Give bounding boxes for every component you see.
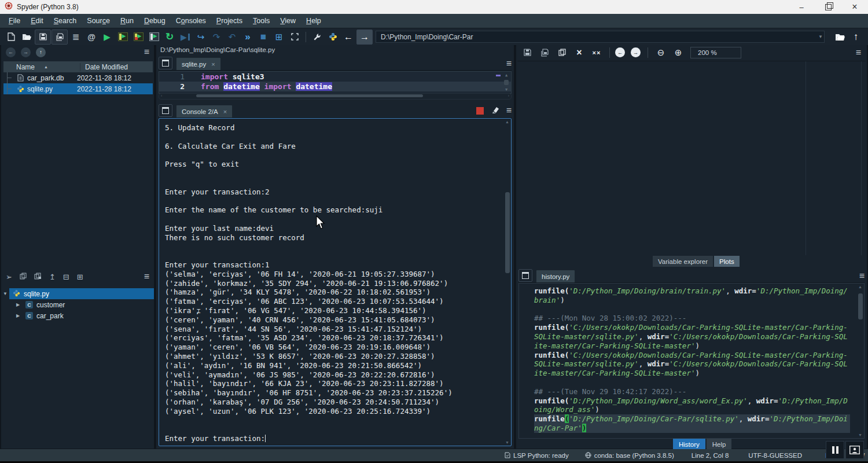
menu-item-help[interactable]: Help — [301, 15, 326, 27]
working-directory-input[interactable] — [376, 31, 825, 43]
remove-plot-button[interactable]: × — [572, 46, 587, 60]
menu-item-file[interactable]: File — [3, 15, 25, 27]
stop-debug-button[interactable]: ■ — [256, 30, 271, 44]
file-row-sqlite.py[interactable]: sqlite.py2022-11-28 18:12 — [3, 83, 153, 94]
console-options-menu-button[interactable]: ≡ — [506, 105, 512, 116]
python-path-button[interactable] — [325, 30, 340, 44]
ipython-console[interactable]: 5. Update Record 6. Calculate Car Exit a… — [159, 118, 512, 446]
browse-tabs-button[interactable] — [159, 57, 172, 69]
menu-item-run[interactable]: Run — [115, 15, 139, 27]
outline-options-menu-button[interactable]: ≡ — [144, 271, 149, 282]
scroll-right-icon[interactable]: › — [508, 94, 509, 98]
scrollbar-thumb[interactable] — [858, 293, 863, 319]
outline-root-sqlite.py[interactable]: ▼sqlite.py — [1, 288, 154, 299]
column-header-date[interactable]: Date Modified — [80, 63, 153, 71]
close-tab-icon[interactable]: × — [223, 108, 227, 115]
remove-all-plots-button[interactable]: ×× — [589, 46, 604, 60]
tab-plots[interactable]: Plots — [714, 256, 740, 267]
restore-button[interactable] — [815, 0, 841, 14]
menu-item-projects[interactable]: Projects — [211, 15, 248, 27]
parent-directory-button[interactable]: ↑ — [848, 30, 863, 44]
editor-options-menu-button[interactable]: ≡ — [506, 58, 512, 69]
history-log[interactable]: runfile('D:/Python_Imp/Doing/brain/train… — [518, 283, 865, 439]
close-button[interactable]: × — [841, 0, 868, 14]
tree-collapsed-icon[interactable]: ▶ — [14, 302, 22, 307]
scroll-down-icon[interactable]: ▼ — [505, 440, 509, 444]
tree-expanded-icon[interactable]: ▼ — [1, 291, 9, 296]
history-options-menu-button[interactable]: ≡ — [859, 271, 865, 281]
tab-help[interactable]: Help — [707, 439, 732, 450]
debug-cell-button[interactable]: ↪ — [193, 30, 208, 44]
browse-directory-button[interactable] — [833, 30, 848, 44]
column-header-name[interactable]: Name ▲ — [3, 63, 80, 71]
code-editor[interactable]: 1import sqlite32from datetime import dat… — [159, 71, 512, 94]
expand-all-icon[interactable]: ⊞ — [77, 273, 83, 281]
rerun-file-button[interactable]: ↻ — [162, 30, 177, 44]
back-button[interactable]: ← — [341, 30, 356, 44]
menu-item-edit[interactable]: Edit — [25, 15, 49, 27]
scroll-left-icon[interactable]: ‹ — [161, 94, 162, 98]
interrupt-kernel-icon[interactable] — [476, 107, 484, 115]
scroll-up-icon[interactable]: ▲ — [858, 285, 862, 289]
save-all-button[interactable] — [52, 30, 68, 45]
copy-plot-button[interactable] — [554, 46, 569, 60]
save-all-plots-button[interactable] — [537, 46, 552, 60]
zoom-out-button[interactable]: ⊖ — [653, 46, 668, 60]
editor-line-2[interactable]: 2from datetime import datetime — [159, 82, 511, 91]
minimize-button[interactable]: – — [788, 0, 815, 14]
menu-item-source[interactable]: Source — [82, 15, 115, 27]
find-symbols-button[interactable]: @ — [84, 30, 99, 44]
hscrollbar-thumb[interactable] — [196, 94, 423, 97]
editor-tab[interactable]: sqlite.py × — [176, 57, 221, 70]
path-dropdown-icon[interactable]: ▼ — [818, 34, 823, 39]
continue-button[interactable]: » — [240, 30, 255, 44]
open-file-button[interactable] — [19, 30, 34, 44]
external-window-button[interactable]: ⊞ — [271, 30, 286, 44]
forward-button[interactable]: → — [356, 30, 373, 45]
scroll-up-icon[interactable]: ▲ — [505, 73, 507, 78]
clear-console-icon[interactable] — [491, 105, 499, 116]
run-file-button[interactable]: ▶ — [100, 30, 115, 44]
zoom-in-button[interactable]: ⊕ — [671, 46, 686, 60]
preferences-button[interactable] — [310, 30, 325, 44]
scroll-down-icon[interactable]: ▼ — [858, 433, 862, 437]
console-output[interactable]: 5. Update Record 6. Calculate Car Exit a… — [165, 123, 498, 443]
scroll-down-icon[interactable]: ▼ — [505, 87, 507, 92]
next-plot-button[interactable]: → — [631, 47, 641, 57]
files-options-menu-button[interactable]: ≡ — [144, 47, 149, 57]
run-selection-button[interactable]: ▶ — [146, 30, 161, 44]
maximize-pane-button[interactable] — [287, 30, 302, 44]
follow-cursor-icon[interactable]: ➢ — [6, 273, 12, 281]
menu-item-debug[interactable]: Debug — [139, 15, 171, 27]
menu-item-view[interactable]: View — [275, 15, 301, 27]
outline-item-customer[interactable]: ▶Ccustomer — [1, 299, 154, 310]
menu-item-tools[interactable]: Tools — [248, 15, 275, 27]
copy-all-icon[interactable] — [34, 273, 42, 281]
menu-item-consoles[interactable]: Consoles — [171, 15, 211, 27]
debug-file-button[interactable]: ▶ — [178, 30, 193, 44]
menu-item-search[interactable]: Search — [49, 15, 82, 27]
previous-plot-button[interactable]: ← — [615, 47, 625, 57]
tree-collapsed-icon[interactable]: ▶ — [14, 313, 22, 318]
save-plot-button[interactable] — [520, 46, 535, 60]
plots-options-menu-button[interactable]: ≡ — [856, 47, 861, 58]
save-button[interactable] — [35, 30, 51, 45]
new-file-button[interactable] — [3, 30, 19, 44]
scroll-up-icon[interactable]: ▲ — [505, 120, 509, 124]
panel-toggle-button[interactable] — [845, 441, 864, 459]
files-next-button[interactable]: → — [21, 47, 31, 57]
editor-scrollbar[interactable]: ▲ ▼ — [503, 72, 510, 93]
editor-hscrollbar[interactable]: ‹ › — [159, 93, 512, 100]
console-scrollbar[interactable]: ▲ ▼ — [504, 120, 510, 444]
file-switcher-button[interactable]: ≣ — [68, 30, 83, 44]
run-cell-button[interactable]: ▶ — [115, 30, 130, 44]
browse-tabs-button[interactable] — [159, 104, 172, 117]
step-return-button[interactable]: ↶ — [225, 30, 240, 44]
conda-env-status[interactable]: conda: base (Python 3.8.5) — [585, 452, 674, 459]
tab-history[interactable]: History — [673, 439, 705, 450]
copy-icon[interactable] — [20, 273, 27, 281]
step-over-button[interactable]: ↷ — [209, 30, 224, 44]
scrollbar-thumb[interactable] — [504, 80, 509, 85]
tab-variable-explorer[interactable]: Variable explorer — [653, 256, 713, 267]
editor-line-1[interactable]: 1import sqlite3 — [159, 72, 511, 82]
